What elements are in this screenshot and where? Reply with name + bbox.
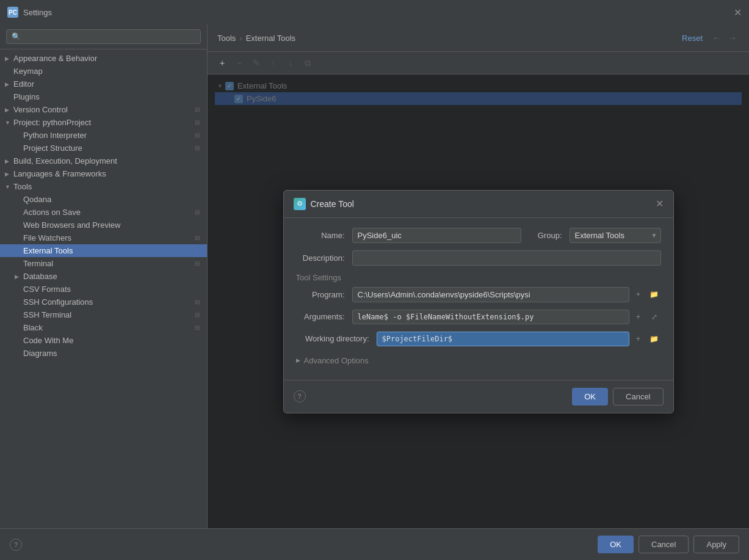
footer-apply-button[interactable]: Apply — [693, 536, 739, 553]
expand-arrow-project: ▼ — [5, 120, 13, 126]
sidebar-label-web: Web Browsers and Preview — [23, 220, 202, 230]
description-input[interactable] — [352, 250, 661, 266]
sidebar-item-tools[interactable]: ▼ Tools — [0, 180, 207, 193]
search-input[interactable] — [6, 29, 201, 44]
sidebar-item-project-structure[interactable]: Project Structure ⊟ — [0, 142, 207, 155]
py-indicator: ⊟ — [195, 132, 202, 139]
sidebar-item-black[interactable]: Black ⊟ — [0, 321, 207, 334]
expand-arrow-db: ▶ — [15, 274, 23, 280]
sidebar-item-diagrams[interactable]: Diagrams — [0, 347, 207, 360]
working-dir-label: Working directory: — [296, 334, 369, 343]
sidebar-item-ssh-config[interactable]: SSH Configurations ⊟ — [0, 296, 207, 308]
sidebar-item-keymap[interactable]: Keymap — [0, 65, 207, 78]
modal-help-button[interactable]: ? — [294, 390, 306, 402]
sidebar-item-terminal[interactable]: Terminal ⊟ — [0, 257, 207, 270]
reset-button[interactable]: Reset — [682, 34, 703, 43]
sidebar-label-et: External Tools — [23, 246, 202, 255]
sidebar-label-tools: Tools — [13, 182, 202, 191]
sidebar-item-csv[interactable]: CSV Formats — [0, 283, 207, 296]
modal-overlay: ⚙ Create Tool ✕ Name: Group: — [208, 75, 749, 528]
sidebar-item-build[interactable]: ▶ Build, Execution, Deployment — [0, 155, 207, 167]
sidebar-item-appearance[interactable]: ▶ Appearance & Behavior — [0, 52, 207, 65]
fw-indicator: ⊟ — [195, 235, 202, 242]
close-button[interactable]: ✕ — [734, 7, 742, 18]
expand-arrow-tools: ▼ — [5, 184, 13, 190]
ssh-c-indicator: ⊟ — [195, 299, 202, 306]
modal-body: Name: Group: External Tools ▼ — [284, 218, 673, 380]
arguments-input[interactable] — [352, 310, 629, 324]
move-down-button[interactable]: ↓ — [283, 56, 298, 70]
sidebar-item-plugins[interactable]: Plugins — [0, 90, 207, 103]
expand-arrow-editor: ▶ — [5, 81, 13, 87]
sidebar-item-external-tools[interactable]: External Tools — [0, 244, 207, 257]
name-input[interactable] — [352, 228, 521, 243]
sidebar-item-database[interactable]: ▶ Database — [0, 270, 207, 283]
sidebar-item-editor[interactable]: ▶ Editor — [0, 78, 207, 90]
title-bar: PC Settings ✕ — [0, 0, 749, 24]
sidebar-label-diag: Diagrams — [23, 349, 202, 358]
footer-help-button[interactable]: ? — [10, 539, 22, 551]
footer-cancel-button[interactable]: Cancel — [639, 536, 689, 553]
program-field-group: + 📁 — [352, 287, 661, 302]
working-dir-row: Working directory: + 📁 — [296, 332, 661, 346]
program-label: Program: — [296, 290, 345, 299]
copy-button[interactable]: ⧉ — [300, 56, 315, 70]
sidebar-label-qodana: Qodana — [23, 195, 202, 204]
project-indicator: ⊟ — [195, 119, 202, 126]
sidebar-item-python-interpreter[interactable]: Python Interpreter ⊟ — [0, 129, 207, 142]
arguments-expand-button[interactable]: ⤢ — [648, 310, 661, 324]
working-dir-folder-button[interactable]: 📁 — [648, 332, 661, 346]
program-input[interactable] — [352, 287, 629, 302]
advanced-options-label: Advanced Options — [304, 356, 369, 365]
remove-tool-button[interactable]: − — [232, 56, 247, 70]
sidebar-item-ssh-terminal[interactable]: SSH Terminal ⊟ — [0, 308, 207, 321]
breadcrumb: Tools › External Tools — [217, 34, 295, 43]
sidebar-item-project[interactable]: ▼ Project: pythonProject ⊟ — [0, 116, 207, 129]
add-icon: + — [220, 58, 225, 68]
sidebar-label-build: Build, Execution, Deployment — [13, 156, 202, 165]
footer: ? OK Cancel Apply — [0, 528, 749, 560]
footer-ok-button[interactable]: OK — [598, 536, 634, 553]
modal-cancel-button[interactable]: Cancel — [613, 388, 663, 405]
description-label: Description: — [296, 253, 345, 263]
title-bar-left: PC Settings — [7, 7, 52, 18]
window-title: Settings — [23, 8, 52, 17]
modal-close-button[interactable]: ✕ — [656, 198, 664, 209]
breadcrumb-separator: › — [239, 34, 242, 43]
advanced-options-header[interactable]: ▶ Advanced Options — [296, 356, 661, 365]
program-folder-button[interactable]: 📁 — [648, 288, 661, 301]
sidebar-label-py: Python Interpreter — [23, 131, 192, 140]
sidebar-item-actions-on-save[interactable]: Actions on Save ⊟ — [0, 206, 207, 219]
expand-arrow-build: ▶ — [5, 158, 13, 164]
app-logo: PC — [7, 7, 18, 18]
panel-toolbar: + − ✎ ↑ ↓ ⧉ — [208, 52, 749, 75]
description-row: Description: — [296, 250, 661, 266]
sidebar-item-file-watchers[interactable]: File Watchers ⊟ — [0, 231, 207, 244]
sidebar-label-keymap: Keymap — [13, 67, 202, 76]
add-tool-button[interactable]: + — [215, 56, 230, 70]
expand-arrow-lang: ▶ — [5, 171, 13, 177]
ps-indicator: ⊟ — [195, 145, 202, 152]
sidebar-label-appearance: Appearance & Behavior — [13, 54, 202, 63]
up-icon: ↑ — [272, 58, 276, 68]
sidebar: ▶ Appearance & Behavior Keymap ▶ Editor … — [0, 24, 208, 528]
sidebar-label-black: Black — [23, 323, 192, 332]
program-row: Program: + 📁 — [296, 287, 661, 302]
arguments-label: Arguments: — [296, 312, 345, 321]
working-dir-input[interactable] — [377, 332, 629, 346]
forward-button[interactable]: → — [726, 32, 739, 44]
program-add-button[interactable]: + — [632, 288, 645, 301]
sidebar-item-qodana[interactable]: Qodana — [0, 193, 207, 206]
arguments-add-button[interactable]: + — [632, 310, 645, 324]
modal-ok-button[interactable]: OK — [572, 388, 608, 405]
edit-tool-button[interactable]: ✎ — [249, 56, 264, 70]
panel-content: ▼ ✓ External Tools ✓ PySide6 ⚙ — [208, 75, 749, 528]
sidebar-item-web-browsers[interactable]: Web Browsers and Preview — [0, 219, 207, 231]
sidebar-item-code-with-me[interactable]: Code With Me — [0, 334, 207, 347]
group-select[interactable]: External Tools — [570, 228, 661, 243]
back-button[interactable]: ← — [710, 32, 723, 44]
sidebar-item-languages[interactable]: ▶ Languages & Frameworks — [0, 167, 207, 180]
move-up-button[interactable]: ↑ — [266, 56, 281, 70]
working-dir-add-button[interactable]: + — [632, 332, 645, 346]
sidebar-item-version-control[interactable]: ▶ Version Control ⊟ — [0, 103, 207, 116]
